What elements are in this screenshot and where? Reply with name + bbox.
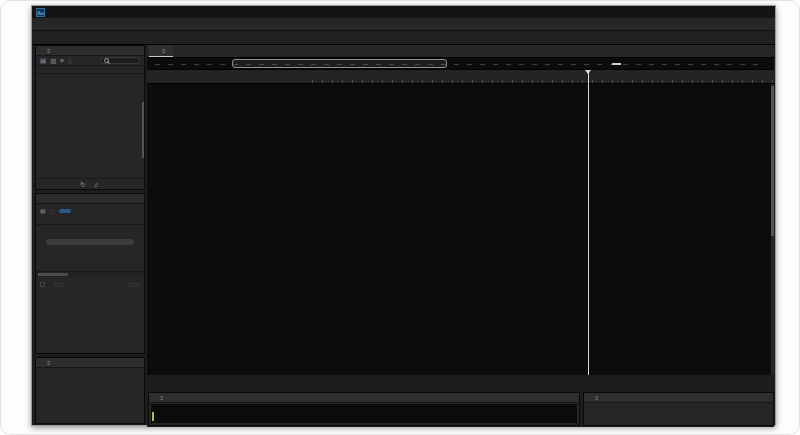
selection-view-panel: ≡ [583, 392, 774, 426]
import-file-icon[interactable]: ▥ [50, 57, 56, 65]
add-files-icon[interactable]: ▤ [40, 207, 46, 214]
search-icon [104, 58, 109, 63]
match-loudness-hscrollbar[interactable] [36, 271, 144, 277]
panel-menu-icon[interactable]: ≡ [47, 48, 51, 54]
editor-tab-bar: ≡ [147, 45, 774, 58]
remove-files-icon[interactable]: ▢ [50, 207, 56, 214]
files-search-input[interactable] [100, 57, 140, 64]
panel-menu-icon[interactable]: ≡ [595, 395, 599, 401]
match-loudness-buttons [36, 279, 144, 290]
app-window: Au ≡ ▤ ▥ ≡ ▯ [31, 5, 776, 426]
match-loudness-drop-area[interactable] [36, 225, 144, 271]
panel-menu-icon[interactable]: ≡ [162, 48, 166, 54]
navigator-marker [612, 63, 621, 65]
files-column-headers [36, 66, 144, 74]
match-loudness-columns [36, 217, 144, 225]
editor-area: ≡ ≡ [147, 45, 774, 427]
files-panel-header: ≡ [36, 46, 144, 56]
speaker-icon[interactable]: ♬ [93, 181, 100, 188]
levels-panel-header: ≡ [149, 393, 579, 403]
match-loudness-tabs [36, 194, 144, 204]
level-meter [151, 404, 577, 423]
track-area [147, 84, 774, 375]
export-checkbox[interactable] [40, 282, 45, 287]
files-footer: ↻ ♬ [36, 178, 144, 190]
loop-icon[interactable]: ↻ [80, 181, 85, 189]
history-panel-header: ≡ [36, 358, 144, 368]
history-panel: ≡ [35, 357, 145, 424]
run-button[interactable] [128, 283, 140, 287]
desktop-background: Au ≡ ▤ ▥ ≡ ▯ [0, 0, 800, 435]
tracks-scrollbar[interactable] [771, 84, 774, 375]
match-loudness-settings-button[interactable] [59, 209, 71, 213]
tab-mixer[interactable] [175, 55, 191, 57]
files-scrollbar[interactable] [142, 102, 144, 158]
selection-view-table [584, 403, 773, 405]
levels-panel: ≡ [148, 392, 580, 426]
title-bar: Au [32, 6, 775, 18]
app-toolbar [32, 32, 775, 45]
export-settings-button[interactable] [53, 283, 65, 287]
files-toolbar: ▤ ▥ ≡ ▯ [36, 56, 144, 66]
zoom-navigator[interactable] [147, 58, 774, 70]
ruler-row [147, 70, 774, 84]
open-file-icon[interactable]: ▤ [40, 57, 46, 65]
menu-bar [32, 18, 775, 31]
list-view-icon[interactable]: ≡ [60, 57, 64, 64]
navigator-selection[interactable] [232, 59, 447, 68]
match-loudness-toolbar: ▤ ▢ [36, 204, 144, 217]
selection-view-header: ≡ [584, 393, 773, 403]
panel-menu-icon[interactable]: ≡ [47, 360, 51, 366]
history-list [36, 368, 144, 370]
match-loudness-panel: ▤ ▢ [35, 193, 145, 354]
app-icon: Au [36, 8, 45, 17]
files-panel: ≡ ▤ ▥ ≡ ▯ ↻ ♬ [35, 45, 145, 190]
timeline-ruler[interactable] [312, 70, 774, 83]
files-list [36, 74, 144, 178]
panel-menu-icon[interactable]: ≡ [160, 395, 164, 401]
drop-hint [46, 239, 134, 245]
playhead-line[interactable] [588, 72, 589, 375]
trash-icon[interactable]: ▯ [68, 57, 72, 65]
level-meter-bar [152, 412, 154, 421]
tab-editor[interactable]: ≡ [149, 45, 173, 57]
